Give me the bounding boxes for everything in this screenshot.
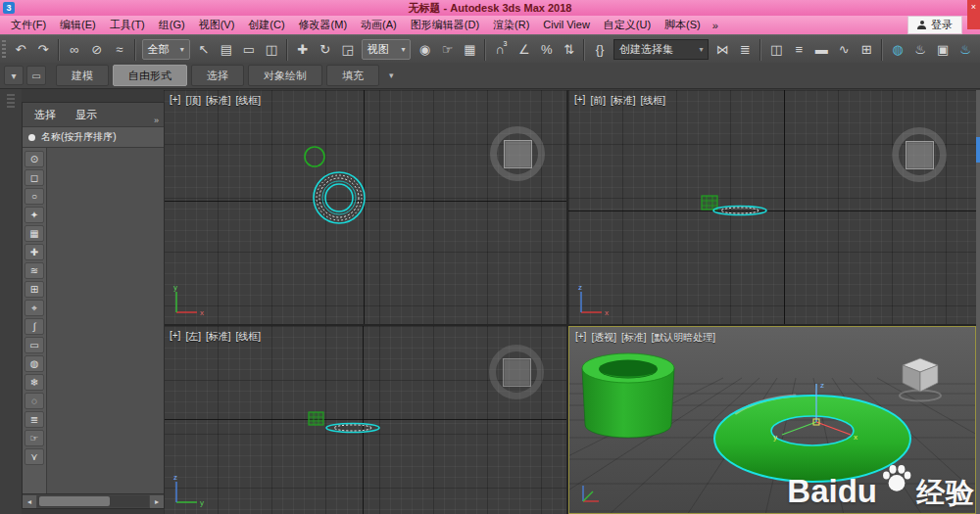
viewport-menu-plus[interactable]: [+]	[575, 331, 586, 345]
list-settings-icon[interactable]: ≣	[24, 411, 44, 428]
menu-item[interactable]: 脚本(S)	[658, 16, 708, 34]
select-and-scale-icon[interactable]: ◲	[337, 39, 359, 61]
snaps-toggle-icon[interactable]: ∩3	[490, 39, 512, 61]
viewport-menu-view[interactable]: [透视]	[591, 331, 616, 345]
toggle-ribbon-icon[interactable]: ▬	[810, 39, 832, 61]
menu-item[interactable]: 渲染(R)	[486, 16, 536, 34]
filter-funnel-icon[interactable]: ⋎	[24, 448, 44, 465]
bind-to-space-warp-icon[interactable]: ≈	[109, 39, 130, 61]
explorer-tab[interactable]: 显示	[75, 108, 97, 122]
menu-overflow-icon[interactable]: »	[708, 20, 723, 31]
torus-object-top[interactable]	[314, 172, 365, 223]
select-and-move-icon[interactable]: ✚	[292, 39, 314, 61]
explorer-tab[interactable]: 选择	[34, 108, 56, 122]
viewport-menu-plus[interactable]: [+]	[574, 94, 585, 108]
filter-groups-icon[interactable]: ⊞	[24, 281, 44, 298]
select-and-rotate-icon[interactable]: ↻	[315, 39, 336, 61]
menu-item[interactable]: Civil View	[536, 16, 596, 34]
viewcube[interactable]	[892, 127, 947, 182]
menu-item[interactable]: 编辑(E)	[53, 16, 103, 34]
menu-item[interactable]: 视图(V)	[192, 16, 242, 34]
percent-snap-icon[interactable]: %	[535, 39, 557, 61]
ribbon-tab[interactable]: 选择	[191, 65, 244, 86]
viewcube[interactable]	[490, 126, 545, 181]
ribbon-tab[interactable]: 自由形式	[113, 65, 187, 86]
filter-bones-icon[interactable]: ∫	[24, 318, 44, 335]
select-and-manipulate-icon[interactable]: ☞	[436, 39, 458, 61]
ribbon-dropdown-icon[interactable]: ▾	[389, 70, 394, 80]
spinner-snap-icon[interactable]: ⇅	[558, 39, 579, 61]
viewport-menu-style[interactable]: [标准]	[206, 330, 231, 344]
scroll-thumb[interactable]	[39, 496, 110, 506]
rendered-frame-icon[interactable]: ▣	[932, 39, 954, 61]
menu-item[interactable]: 自定义(U)	[597, 16, 658, 34]
filter-containers-icon[interactable]: ▭	[24, 337, 44, 353]
filter-geometry-icon[interactable]: ◻	[24, 169, 44, 186]
select-all-icon[interactable]: ⊙	[24, 151, 44, 167]
window-crossing-icon[interactable]: ◫	[261, 39, 282, 61]
selection-filter-dropdown[interactable]: 全部 ▾	[142, 39, 190, 60]
viewport-menu-plus[interactable]: [+]	[170, 330, 180, 344]
undo-icon[interactable]: ↶	[10, 39, 31, 61]
explorer-sort-header[interactable]: 名称(按升序排序)	[23, 126, 164, 148]
menu-item[interactable]: 创建(C)	[241, 16, 291, 34]
viewcube-face[interactable]	[504, 140, 532, 168]
toolbar-grip[interactable]	[2, 40, 6, 59]
mirror-icon[interactable]: ⋈	[711, 39, 733, 61]
viewport-menu-view[interactable]: [左]	[185, 330, 201, 344]
ribbon-tab[interactable]: 填充	[326, 65, 379, 86]
align-icon[interactable]: ≣	[734, 39, 756, 61]
pick-mode-icon[interactable]: ☞	[24, 430, 44, 446]
viewport-menu-view[interactable]: [前]	[590, 94, 606, 108]
select-object-icon[interactable]: ↖	[193, 39, 215, 61]
right-scroll-thumb[interactable]	[976, 137, 980, 163]
rectangular-region-icon[interactable]: ▭	[238, 39, 260, 61]
filter-helpers-icon[interactable]: ✚	[24, 244, 44, 260]
scroll-track[interactable]	[37, 495, 149, 507]
viewcube-face[interactable]	[503, 358, 531, 387]
viewport-top[interactable]: [+] [顶] [标准] [线框]	[164, 90, 566, 324]
viewport-menu-style[interactable]: [标准]	[621, 331, 647, 345]
box-object-front[interactable]	[702, 196, 717, 210]
scroll-right-icon[interactable]: ▸	[150, 495, 164, 508]
filter-lights-icon[interactable]: ✦	[24, 207, 44, 223]
viewcube-face[interactable]	[906, 141, 934, 169]
viewcube[interactable]	[489, 345, 544, 399]
named-selection-set-combo[interactable]: 创建选择集 ▾	[613, 39, 709, 60]
viewport-menu-style[interactable]: [标准]	[206, 94, 231, 108]
menu-item[interactable]: 组(G)	[152, 16, 192, 34]
viewport-left[interactable]: [+] [左] [标准] [线框]	[164, 326, 566, 514]
menu-item[interactable]: 文件(F)	[4, 16, 53, 34]
filter-shapes-icon[interactable]: ○	[24, 188, 44, 205]
torus-object-left[interactable]	[326, 424, 379, 433]
menu-item[interactable]: 修改器(M)	[292, 16, 355, 34]
ribbon-tab[interactable]: 对象绘制	[248, 65, 322, 86]
viewport-perspective[interactable]: [+] [透视] [标准] [默认明暗处理]	[568, 326, 976, 514]
toggle-layer-explorer-icon[interactable]: ≡	[788, 39, 809, 61]
filter-spacewarps-icon[interactable]: ≋	[24, 262, 44, 279]
circle-spline-object[interactable]	[305, 147, 324, 166]
viewport-menu-view[interactable]: [顶]	[185, 94, 201, 108]
material-editor-icon[interactable]: ◍	[887, 39, 908, 61]
keyboard-override-icon[interactable]: ▦	[459, 39, 480, 61]
filter-hidden-icon[interactable]: ◌	[24, 393, 44, 409]
select-and-link-icon[interactable]: ∞	[64, 39, 85, 61]
viewport-menu-shading[interactable]: [线框]	[236, 330, 262, 344]
viewcube[interactable]	[895, 352, 946, 403]
ribbon-tab[interactable]: 建模	[56, 65, 109, 86]
reference-coordinate-dropdown[interactable]: 视图 ▾	[362, 39, 412, 60]
close-button[interactable]: ×	[967, 0, 980, 29]
menu-item[interactable]: 图形编辑器(D)	[404, 16, 486, 34]
ribbon-config-icon[interactable]: ▭	[26, 66, 46, 85]
render-production-icon[interactable]: ♨	[955, 39, 976, 61]
filter-cameras-icon[interactable]: ▦	[24, 225, 44, 242]
edit-named-sets-icon[interactable]: {}	[589, 39, 611, 61]
tube-object[interactable]	[582, 353, 674, 438]
scroll-left-icon[interactable]: ◂	[23, 495, 36, 508]
filter-materials-icon[interactable]: ◍	[24, 355, 44, 372]
box-object-left[interactable]	[309, 412, 323, 425]
menu-item[interactable]: 工具(T)	[103, 16, 152, 34]
schematic-view-icon[interactable]: ⊞	[856, 39, 877, 61]
viewport-menu-shading[interactable]: [线框]	[641, 94, 666, 108]
filter-frozen-icon[interactable]: ❄	[24, 374, 44, 391]
